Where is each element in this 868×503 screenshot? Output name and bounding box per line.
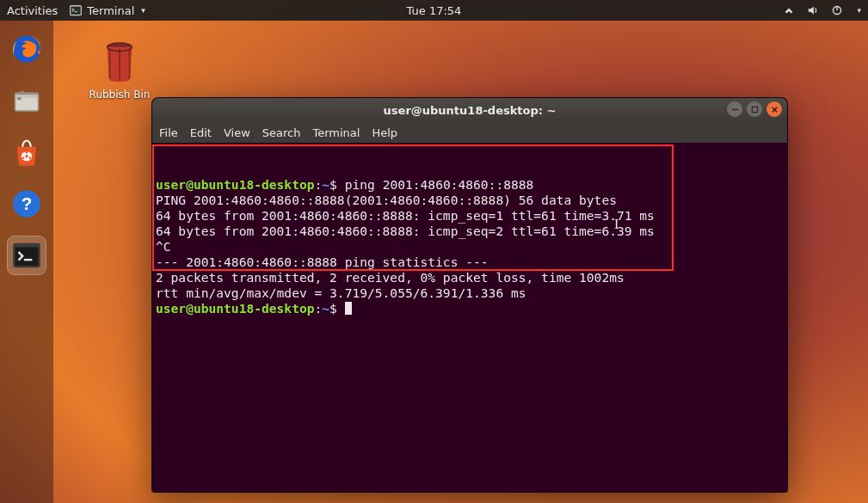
svg-text:?: ? <box>22 193 33 213</box>
dock-item-firefox[interactable] <box>7 29 46 69</box>
chevron-down-icon: ▾ <box>141 6 145 15</box>
menu-search[interactable]: Search <box>262 126 301 139</box>
svg-rect-4 <box>837 6 838 10</box>
terminal-line: PING 2001:4860:4860::8888(2001:4860:4860… <box>156 193 617 207</box>
chevron-down-icon: ▾ <box>857 6 861 15</box>
menu-terminal[interactable]: Terminal <box>312 126 360 139</box>
terminal-line: rtt min/avg/max/mdev = 3.719/5.055/6.391… <box>156 285 526 300</box>
svg-rect-19 <box>15 248 39 266</box>
svg-rect-2 <box>75 11 78 12</box>
dock-item-help[interactable]: ? <box>7 184 46 224</box>
desktop-icon-label: Rubbish Bin <box>81 89 158 101</box>
menubar: File Edit View Search Terminal Help <box>152 122 787 143</box>
menu-view[interactable]: View <box>224 126 250 139</box>
svg-rect-20 <box>24 259 33 261</box>
command-text: ping 2001:4860:4860::8888 <box>345 177 534 192</box>
svg-rect-10 <box>20 91 24 94</box>
app-menu-label: Terminal <box>87 4 134 17</box>
volume-icon[interactable] <box>807 4 819 16</box>
svg-rect-9 <box>15 96 37 97</box>
svg-rect-24 <box>752 107 757 112</box>
close-button[interactable] <box>766 101 782 117</box>
terminal-line: ^C <box>156 239 171 254</box>
terminal-body[interactable]: user@ubuntu18-desktop:~$ ping 2001:4860:… <box>152 143 787 351</box>
prompt-user: user@ubuntu18-desktop <box>156 177 315 192</box>
terminal-line: user@ubuntu18-desktop:~$ <box>156 301 352 316</box>
dock: ? <box>0 21 53 503</box>
terminal-icon <box>70 4 82 16</box>
prompt-symbol: $ <box>329 301 337 316</box>
prompt-symbol: $ <box>329 177 337 192</box>
svg-rect-23 <box>731 108 737 109</box>
window-title: user@ubuntu18-desktop: ~ <box>152 104 787 117</box>
terminal-line: 64 bytes from 2001:4860:4860::8888: icmp… <box>156 224 655 238</box>
help-icon: ? <box>10 187 43 220</box>
menu-help[interactable]: Help <box>372 126 397 139</box>
text-cursor-ibeam: I <box>614 217 619 232</box>
prompt-path: ~ <box>322 301 329 316</box>
titlebar[interactable]: user@ubuntu18-desktop: ~ <box>152 98 787 122</box>
dock-item-software[interactable] <box>7 132 46 172</box>
status-area[interactable]: ▾ <box>783 4 861 16</box>
prompt-user: user@ubuntu18-desktop <box>156 301 315 316</box>
svg-point-13 <box>26 151 28 154</box>
maximize-button[interactable] <box>747 101 762 117</box>
power-icon[interactable] <box>831 4 843 16</box>
terminal-line: 64 bytes from 2001:4860:4860::8888: icmp… <box>156 208 655 223</box>
dock-item-terminal[interactable] <box>7 236 46 275</box>
desktop-icon-trash[interactable]: Rubbish Bin <box>81 39 158 101</box>
terminal-window: user@ubuntu18-desktop: ~ File Edit View … <box>151 97 788 493</box>
terminal-line: 2 packets transmitted, 2 received, 0% pa… <box>156 270 625 285</box>
shopping-bag-icon <box>10 136 43 169</box>
activities-button[interactable]: Activities <box>7 4 58 17</box>
svg-point-15 <box>29 156 32 159</box>
top-panel: Activities Terminal ▾ Tue 17:54 ▾ <box>0 0 868 21</box>
firefox-icon <box>10 33 43 65</box>
terminal-icon <box>10 239 43 272</box>
network-icon[interactable] <box>783 4 795 16</box>
prompt-path: ~ <box>322 177 329 192</box>
dock-item-files[interactable] <box>7 81 46 120</box>
svg-point-12 <box>25 155 28 157</box>
terminal-line: --- 2001:4860:4860::8888 ping statistics… <box>156 255 489 269</box>
terminal-line: user@ubuntu18-desktop:~$ ping 2001:4860:… <box>156 177 533 192</box>
files-icon <box>10 84 43 117</box>
menu-edit[interactable]: Edit <box>190 126 212 139</box>
svg-rect-1 <box>71 7 81 15</box>
minimize-button[interactable] <box>727 101 742 117</box>
svg-rect-8 <box>17 97 22 100</box>
app-menu[interactable]: Terminal ▾ <box>70 4 145 17</box>
svg-point-14 <box>22 156 25 159</box>
menu-file[interactable]: File <box>159 126 178 139</box>
trash-icon <box>100 39 139 85</box>
cursor <box>345 302 352 315</box>
